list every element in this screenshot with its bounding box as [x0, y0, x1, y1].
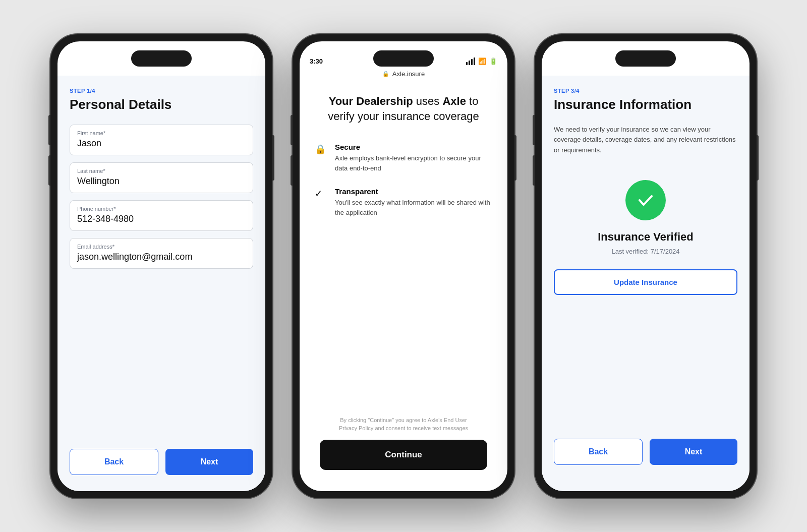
continue-button[interactable]: Continue — [320, 440, 487, 470]
email-field[interactable]: Email address* jason.wellington@gmail.co… — [70, 238, 253, 269]
volume-down-button-3 — [533, 155, 535, 186]
phone-2: 3:30 📶 🔋 🔒 Axle.insure — [293, 34, 514, 498]
transparent-title: Transparent — [335, 187, 492, 196]
feature-transparent: ✓ Transparent You'll see exactly what in… — [315, 187, 492, 217]
phone3-btn-row: Back Next — [554, 439, 737, 465]
wifi-icon: 📶 — [478, 57, 486, 65]
verified-title: Insurance Verified — [598, 230, 694, 244]
page-title-3: Insurance Information — [554, 97, 737, 112]
check-feature-icon: ✓ — [315, 188, 327, 199]
step-label-1: STEP 1/4 — [70, 88, 253, 94]
first-name-field[interactable]: First name* Jason — [70, 125, 253, 155]
email-value: jason.wellington@gmail.com — [77, 252, 246, 262]
first-name-value: Jason — [77, 138, 246, 149]
step-label-3: STEP 3/4 — [554, 88, 737, 94]
phone-screen-1: STEP 1/4 Personal Details First name* Ja… — [57, 41, 265, 491]
checkmark-icon — [636, 190, 656, 210]
phone1-btn-row: Back Next — [70, 449, 253, 475]
verified-date: Last verified: 7/17/2024 — [611, 248, 679, 255]
axle-heading: Your Dealership uses Axle toverify your … — [315, 94, 492, 125]
volume-up-button-3 — [533, 115, 535, 145]
phone-screen-3: STEP 3/4 Insurance Information We need t… — [542, 41, 750, 491]
volume-down-button — [48, 155, 50, 186]
power-button-3 — [757, 135, 759, 181]
signal-icon — [466, 57, 475, 65]
feature-secure: 🔒 Secure Axle employs bank-level encrypt… — [315, 143, 492, 173]
volume-up-button — [48, 115, 50, 145]
last-name-label: Last name* — [77, 168, 246, 174]
secure-title: Secure — [335, 143, 492, 151]
lock-feature-icon: 🔒 — [315, 144, 327, 155]
back-button-3[interactable]: Back — [554, 439, 643, 465]
phone1-content: STEP 1/4 Personal Details First name* Ja… — [57, 76, 265, 491]
update-insurance-button[interactable]: Update Insurance — [554, 269, 737, 295]
next-button-3[interactable]: Next — [650, 439, 737, 465]
desc-text-3: We need to verify your insurance so we c… — [554, 125, 737, 156]
phone-screen-2: 3:30 📶 🔋 🔒 Axle.insure — [300, 41, 507, 491]
dealership-bold: Your Dealership — [329, 95, 413, 107]
email-label: Email address* — [77, 244, 246, 250]
check-circle — [625, 180, 666, 220]
dynamic-island-2 — [373, 50, 434, 67]
axle-footer: By clicking "Continue" you agree to Axle… — [315, 416, 492, 478]
dynamic-island-1 — [131, 50, 192, 67]
status-icons: 📶 🔋 — [466, 57, 497, 65]
page-title-1: Personal Details — [70, 97, 253, 112]
phone-3: STEP 3/4 Insurance Information We need t… — [535, 34, 757, 498]
url-bar: 🔒 Axle.insure — [300, 68, 507, 84]
volume-down-button-2 — [291, 155, 293, 186]
axle-content: Your Dealership uses Axle toverify your … — [300, 84, 507, 478]
disclaimer-text: By clicking "Continue" you agree to Axle… — [320, 416, 487, 433]
back-button-1[interactable]: Back — [70, 449, 158, 475]
lock-icon: 🔒 — [382, 71, 389, 77]
time-display: 3:30 — [310, 57, 323, 65]
secure-desc: Axle employs bank-level encryption to se… — [335, 153, 492, 173]
first-name-label: First name* — [77, 130, 246, 136]
verified-section: Insurance Verified Last verified: 7/17/2… — [554, 170, 737, 475]
phone-value: 512-348-4980 — [77, 214, 246, 224]
power-button — [272, 135, 274, 181]
dynamic-island-3 — [615, 50, 676, 67]
phone-field[interactable]: Phone number* 512-348-4980 — [70, 200, 253, 231]
feature-transparent-text: Transparent You'll see exactly what info… — [335, 187, 492, 217]
next-button-1[interactable]: Next — [165, 449, 253, 475]
transparent-desc: You'll see exactly what information will… — [335, 198, 492, 217]
battery-icon: 🔋 — [489, 57, 497, 65]
phone-label: Phone number* — [77, 206, 246, 212]
url-text: Axle.insure — [392, 70, 425, 78]
last-name-value: Wellington — [77, 176, 246, 187]
last-name-field[interactable]: Last name* Wellington — [70, 162, 253, 193]
phone-1: STEP 1/4 Personal Details First name* Ja… — [50, 34, 272, 498]
feature-secure-text: Secure Axle employs bank-level encryptio… — [335, 143, 492, 173]
power-button-2 — [514, 135, 516, 181]
volume-up-button-2 — [291, 115, 293, 145]
axle-bold: Axle — [442, 95, 466, 107]
phone3-content: STEP 3/4 Insurance Information We need t… — [542, 76, 750, 491]
